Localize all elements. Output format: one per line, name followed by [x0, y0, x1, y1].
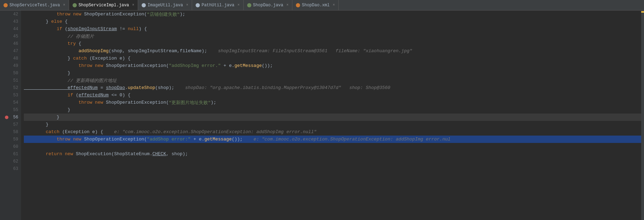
- breakpoint-47: [5, 49, 8, 53]
- breakpoint-63: [5, 167, 8, 171]
- tab-close-shopserviceimpl[interactable]: ×: [132, 3, 134, 7]
- scrollbar-right[interactable]: [641, 11, 644, 220]
- line-55-gutter: 55: [0, 106, 21, 114]
- line-54-gutter: 54: [0, 99, 21, 106]
- line-num-45: 45: [9, 34, 18, 39]
- breakpoint-56: [5, 116, 8, 119]
- line-48-gutter: 48: [0, 55, 21, 62]
- line-num-43: 43: [9, 19, 18, 24]
- code-line-57: }: [24, 121, 641, 128]
- code-line-46: try {: [24, 40, 641, 47]
- line-num-59: 59: [9, 137, 18, 142]
- breakpoint-61: [5, 152, 8, 156]
- line-50-gutter: 50: [0, 69, 21, 77]
- code-line-53: if (effectedNum <= 0) {: [24, 91, 641, 99]
- tab-label-shopservicetest: ShopServiceTest.java: [9, 3, 60, 8]
- line-num-61: 61: [9, 152, 18, 157]
- line-51-gutter: 51: [0, 77, 21, 84]
- tab-shopserviceimpl[interactable]: ShopServiceImpl.java ×: [69, 0, 138, 11]
- breakpoint-55: [5, 108, 8, 112]
- code-line-47: addShoopImg(shop, shopImgInputStream,fil…: [24, 47, 641, 55]
- tab-label-pathutil: PathUtil.java: [202, 3, 235, 8]
- breakpoint-49: [5, 64, 8, 68]
- code-line-50: }: [24, 69, 641, 77]
- tab-shopservicetest[interactable]: ShopServiceTest.java ×: [0, 0, 69, 11]
- breakpoint-43: [5, 20, 8, 23]
- line-57-gutter: 57: [0, 121, 21, 128]
- breakpoint-53: [5, 94, 8, 97]
- line-47-gutter: 47: [0, 47, 21, 55]
- line-49-gutter: 49: [0, 62, 21, 69]
- tab-icon-pathutil: [196, 3, 200, 7]
- code-line-49: throw new ShopOperationException("addSho…: [24, 62, 641, 69]
- tab-close-shopdao-xml[interactable]: ×: [333, 3, 335, 7]
- tab-bar: ShopServiceTest.java × ShopServiceImpl.j…: [0, 0, 644, 11]
- code-line-43: } else {: [24, 18, 641, 25]
- line-num-63: 63: [9, 166, 18, 171]
- tab-icon-shopserviceimpl: [73, 3, 77, 7]
- tab-pathutil[interactable]: PathUtil.java ×: [192, 0, 244, 11]
- line-61-gutter: 61: [0, 150, 21, 158]
- line-num-58: 58: [9, 130, 18, 135]
- code-line-58: catch (Exception e) { e: "com.imooc.o2o.…: [24, 128, 641, 136]
- line-num-47: 47: [9, 49, 18, 54]
- code-line-44: if (shopImgInputStream != null) {: [24, 25, 641, 33]
- tab-close-shopservicetest[interactable]: ×: [63, 3, 65, 7]
- tab-shopdao-java[interactable]: ShopDao.java ×: [244, 0, 292, 11]
- code-line-60: [24, 143, 641, 150]
- code-line-55: }: [24, 106, 641, 114]
- tab-icon-shopdao-xml: [296, 3, 300, 7]
- line-num-57: 57: [9, 122, 18, 127]
- line-53-gutter: 53: [0, 91, 21, 99]
- line-num-53: 53: [9, 93, 18, 98]
- line-45-gutter: 45: [0, 33, 21, 40]
- line-56-gutter: 56: [0, 114, 21, 121]
- code-line-63: [24, 165, 641, 172]
- line-num-62: 62: [9, 159, 18, 164]
- line-number-gutter: 42 43 44 45 46 47 48 49: [0, 11, 21, 220]
- breakpoint-59: [5, 138, 8, 141]
- code-line-48: } catch (Exception e) {: [24, 55, 641, 62]
- line-num-52: 52: [9, 85, 18, 90]
- line-60-gutter: 60: [0, 143, 21, 150]
- tab-close-pathutil[interactable]: ×: [238, 3, 240, 7]
- breakpoint-62: [5, 160, 8, 163]
- line-46-gutter: 46: [0, 40, 21, 47]
- line-59-gutter: 59: [0, 136, 21, 143]
- breakpoint-48: [5, 57, 8, 60]
- breakpoint-57: [5, 123, 8, 126]
- code-line-42: throw new ShopOperationException("店铺创建失败…: [24, 11, 641, 18]
- line-43-gutter: 43: [0, 18, 21, 25]
- tab-shopdao-xml[interactable]: ShopDao.xml ×: [292, 0, 339, 11]
- breakpoint-50: [5, 71, 8, 75]
- tab-close-shopdao-java[interactable]: ×: [286, 3, 289, 7]
- code-line-51: // 更新商铺的图片地址: [24, 77, 641, 84]
- tab-icon-imageutil: [142, 3, 146, 7]
- line-58-gutter: 58: [0, 128, 21, 136]
- code-area: 42 43 44 45 46 47 48 49: [0, 11, 644, 220]
- line-62-gutter: 62: [0, 158, 21, 165]
- code-line-54: throw new ShopOperationException("更新图片地址…: [24, 99, 641, 106]
- breakpoint-44: [5, 27, 8, 31]
- line-num-44: 44: [9, 27, 18, 32]
- line-num-54: 54: [9, 100, 18, 105]
- line-num-60: 60: [9, 144, 18, 149]
- tab-close-imageutil[interactable]: ×: [186, 3, 188, 7]
- line-num-49: 49: [9, 63, 18, 68]
- code-content[interactable]: throw new ShopOperationException("店铺创建失败…: [21, 11, 641, 220]
- tab-label-shopdao-java: ShopDao.java: [253, 3, 283, 8]
- line-num-51: 51: [9, 78, 18, 83]
- code-line-59: throw new ShopOperationException("addSho…: [24, 136, 641, 143]
- code-line-52: effectedNum = shopDao.updateShop(shop); …: [24, 84, 641, 91]
- breakpoint-54: [5, 101, 8, 104]
- breakpoint-46: [5, 42, 8, 46]
- tab-imageutil[interactable]: ImageUtil.java ×: [138, 0, 192, 11]
- tab-label-imageutil: ImageUtil.java: [148, 3, 183, 8]
- breakpoint-52: [5, 86, 8, 90]
- line-52-gutter: 52: [0, 84, 21, 91]
- tab-icon-shopdao-java: [247, 3, 251, 7]
- line-num-46: 46: [9, 41, 18, 46]
- line-num-48: 48: [9, 56, 18, 61]
- line-44-gutter: 44: [0, 25, 21, 33]
- tab-label-shopserviceimpl: ShopServiceImpl.java: [79, 3, 129, 8]
